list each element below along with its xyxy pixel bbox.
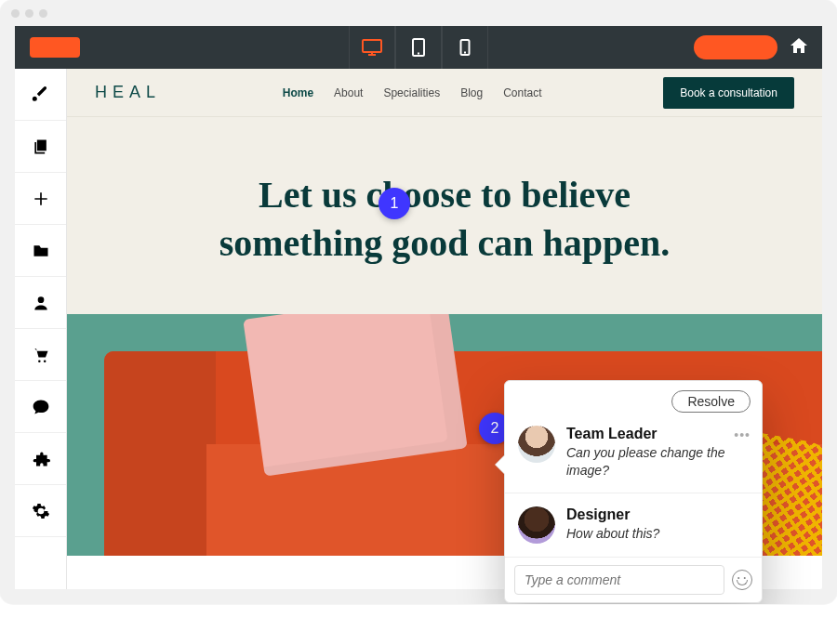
emoji-icon[interactable] [732, 570, 752, 590]
site-header: HEAL Home About Specialities Blog Contac… [67, 69, 822, 117]
rail-apps-button[interactable] [15, 433, 66, 485]
home-icon[interactable] [790, 38, 807, 57]
nav-blog[interactable]: Blog [460, 86, 483, 99]
rail-files-button[interactable] [15, 225, 66, 277]
brush-icon [32, 85, 50, 104]
topbar-left [30, 37, 80, 58]
pillow-graphic [243, 314, 468, 476]
nav-about[interactable]: About [334, 86, 363, 99]
editor-app: HEAL Home About Specialities Blog Contac… [15, 26, 822, 589]
nav-contact[interactable]: Contact [503, 86, 541, 99]
hero-section: Let us choose to believe something good … [67, 117, 822, 314]
comment-item: Team Leader Can you please change the im… [505, 418, 762, 493]
comment-author: Team Leader [566, 426, 749, 442]
comment-popover: Resolve Team Leader Can you please chang… [504, 380, 763, 603]
window-dot [39, 9, 47, 18]
device-switcher [349, 26, 488, 69]
window-dot [11, 9, 20, 18]
hero-headline-line1: Let us choose to believe [86, 171, 804, 219]
avatar [518, 506, 555, 544]
annotation-badge-1[interactable]: 1 [379, 188, 410, 219]
rail-add-button[interactable] [15, 173, 66, 225]
folder-icon [32, 242, 50, 260]
site-brand: HEAL [95, 83, 161, 102]
puzzle-icon [32, 450, 50, 468]
popover-arrow [496, 455, 505, 474]
comment-item: Designer How about this? [505, 493, 762, 557]
mobile-icon [459, 39, 471, 56]
pages-icon [32, 138, 50, 156]
rail-settings-button[interactable] [15, 485, 66, 537]
browser-titlebar [0, 0, 837, 26]
site-nav: Home About Specialities Blog Contact [283, 86, 542, 99]
cart-icon [32, 346, 50, 364]
rail-pages-button[interactable] [15, 121, 66, 173]
rail-users-button[interactable] [15, 277, 66, 329]
nav-home[interactable]: Home [283, 86, 313, 99]
comment-input[interactable] [514, 565, 724, 595]
svg-point-7 [37, 296, 44, 303]
left-rail [15, 69, 67, 589]
device-desktop-button[interactable] [349, 26, 395, 69]
nav-specialities[interactable]: Specialities [383, 86, 440, 99]
person-icon [32, 294, 50, 312]
topbar-primary-button[interactable] [30, 37, 80, 58]
comment-more-button[interactable]: ••• [734, 427, 751, 442]
svg-point-8 [38, 360, 41, 362]
sofa-graphic [104, 351, 216, 556]
book-consultation-button[interactable]: Book a consultation [663, 77, 794, 109]
tablet-icon [411, 38, 426, 57]
hero-headline-line2: something good can happen. [86, 219, 804, 268]
avatar [518, 426, 555, 463]
window-dot [25, 9, 33, 18]
desktop-icon [361, 38, 383, 57]
browser-frame: HEAL Home About Specialities Blog Contac… [0, 0, 837, 604]
chat-icon [32, 398, 50, 416]
topbar-right [694, 35, 807, 59]
rail-design-button[interactable] [15, 69, 66, 121]
editor-topbar [15, 26, 822, 69]
plus-icon [32, 190, 50, 208]
comment-text: How about this? [566, 525, 749, 543]
device-tablet-button[interactable] [395, 26, 442, 69]
rail-comments-button[interactable] [15, 381, 66, 433]
svg-rect-0 [363, 40, 381, 52]
svg-point-9 [43, 360, 46, 362]
gear-icon [32, 502, 50, 520]
comment-author: Designer [566, 506, 749, 523]
popover-header: Resolve [505, 381, 762, 418]
device-mobile-button[interactable] [442, 26, 488, 69]
publish-button[interactable] [694, 35, 777, 59]
comment-input-row [505, 557, 762, 602]
comment-text: Can you please change the image? [566, 444, 749, 480]
resolve-button[interactable]: Resolve [671, 390, 751, 413]
rail-store-button[interactable] [15, 329, 66, 381]
